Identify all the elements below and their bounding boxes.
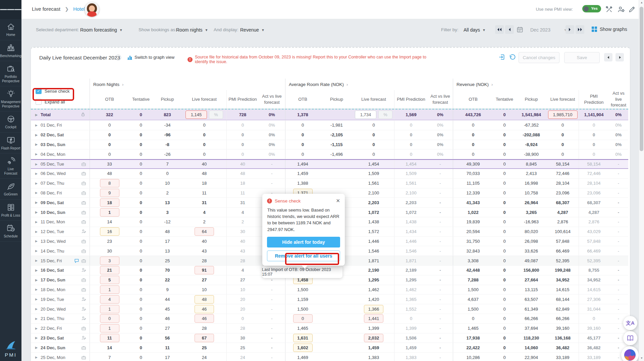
expander-icon[interactable]: ▶ [35,307,38,311]
expander-icon[interactable]: ▶ [35,298,38,301]
sidebar-item-schedule[interactable]: Schedule [0,221,21,242]
group-header-revenue-nok-[interactable]: Revenue (NOK)› [453,79,628,90]
table-row[interactable]: ▶07 Dec, Thu80101818-1,3881,5611,561-11,… [31,179,628,188]
expander-icon[interactable]: ▶ [35,201,38,204]
table-row[interactable]: ▶03 Dec, Sun00-8000%0-1,115000%00-8,9240… [31,140,628,150]
cancel-changes-button[interactable]: Cancel changes [519,52,559,63]
alert-cell[interactable]: 8 [100,179,119,187]
sidebar-item-portfolio-perspective[interactable]: Portfolio Perspective [0,61,21,86]
expander-icon[interactable]: ▶ [35,113,38,117]
scroll-left-button[interactable] [604,53,612,61]
user-avatar[interactable] [85,2,99,17]
next-year-button[interactable] [576,25,584,34]
and-display-dropdown[interactable]: Revenue▼ [240,27,265,33]
alert-cell[interactable]: 46 [195,305,214,313]
hide-alert-button[interactable]: Hide alert for today [267,237,340,247]
tools-icon[interactable] [605,5,613,13]
expander-icon[interactable]: ▶ [35,191,38,194]
expander-icon[interactable]: ▶ [35,143,38,146]
sidebar-item-management-perspective[interactable]: Management Perspective [0,86,21,111]
edit-pencil-icon[interactable] [628,5,636,13]
sidebar-item-live-forecast[interactable]: Live Forecast [0,153,21,179]
undo-icon[interactable] [508,53,516,61]
table-row[interactable]: ▶21 Dec, Thu0046460-01,4410-0066,26666,2… [31,314,628,324]
table-row[interactable]: ▶05 Dec, Tue33074040-1,4941,4541,454-49,… [31,159,628,169]
table-row[interactable]: ▶04 Dec, Mon00-26000%0-1,496000%00-38,90… [31,149,628,159]
prev-month-button[interactable] [505,25,514,34]
expander-icon[interactable]: ▶ [35,239,38,243]
expander-icon[interactable]: ▶ [35,211,38,214]
alert-cell[interactable]: 1 [100,324,119,332]
page-scrollbar[interactable]: ▲ ▼ [639,0,644,361]
expander-icon[interactable]: ▶ [35,317,38,320]
reader-button[interactable] [623,331,637,345]
expander-icon[interactable]: ▶ [35,288,38,291]
total-arr-live-forecast-input[interactable]: 1,734 [355,110,376,119]
table-row[interactable]: ▶06 Dec, Wed48004848-1,4591,5091,509-70,… [31,169,628,179]
expander-icon[interactable]: ▶ [35,152,38,156]
table-row[interactable]: ▶18 Dec, Mon1091010-1,5001,4621,462-1,50… [31,285,628,295]
group-header-room-nights[interactable]: Room Nights› [90,79,285,90]
expander-icon[interactable]: ▶ [35,327,38,330]
show-graphs-button[interactable]: Show graphs [592,27,627,32]
total-arr-pct-input[interactable]: % [378,110,392,119]
prev-year-button[interactable] [495,25,504,34]
expander-icon[interactable]: ▶ [35,133,38,137]
alert-cell[interactable]: 46 [195,314,214,323]
export-icon[interactable] [498,53,506,61]
calendar-icon[interactable] [517,26,523,33]
sidebar-item-cockpit[interactable]: Cockpit [0,111,21,133]
expander-icon[interactable]: ▶ [35,249,38,253]
sidebar-item-gogreen[interactable]: GoGreen [0,179,21,200]
ai-assistant-button[interactable] [621,346,639,361]
table-row[interactable]: ▶20 Dec, Wed10454620-1,5001,3661,552-1,5… [31,304,628,314]
scroll-right-button[interactable] [615,53,624,61]
table-row[interactable]: ▶19 Dec, Tue40444820-1,1591,4201,365-4,6… [31,295,628,304]
expander-icon[interactable]: ▶ [35,356,38,359]
table-row[interactable]: ▶24 Dec, Sun140112525-1,6021,4591,459-22… [31,343,628,353]
alert-cell[interactable]: 1,366 [364,305,383,313]
breadcrumb-root[interactable]: Live forecast [32,6,60,12]
close-icon[interactable]: ✕ [336,198,340,204]
selected-department-dropdown[interactable]: Room forecasting▼ [80,27,123,33]
alert-cell[interactable]: 48 [195,295,214,304]
group-header-average-room-rate-nok-[interactable]: Average Room Rate (NOK)› [285,79,453,90]
alert-cell[interactable]: 64 [195,227,214,236]
expander-icon[interactable]: ▶ [35,336,38,340]
expander-icon[interactable]: ▶ [35,182,38,185]
user-settings-icon[interactable] [617,5,625,13]
sidebar-item-flash-report[interactable]: Flash Report [0,133,21,154]
expander-icon[interactable]: ▶ [35,278,38,282]
table-row[interactable]: ▶22 Dec, Fri10272828-1,4651,3991,399-1,4… [31,324,628,333]
alert-cell[interactable]: 5 [100,276,119,284]
expander-icon[interactable]: ▶ [35,124,38,127]
hamburger-menu-icon[interactable] [0,0,21,19]
scrollbar-thumb[interactable] [640,7,643,151]
alert-cell[interactable]: 2,032 [364,334,383,342]
pmi-view-toggle[interactable]: Yes [582,5,601,12]
sidebar-item-benchmarking[interactable]: Benchmarking [0,40,21,61]
expander-icon[interactable]: ▶ [35,259,38,262]
expander-icon[interactable]: ▶ [35,220,38,224]
sidebar-item-profit-loss[interactable]: Profit & Loss [0,200,21,221]
alert-cell[interactable]: 3 [100,257,119,265]
alert-cell[interactable]: 1 [100,285,119,294]
filter-dropdown[interactable]: All days▼ [464,27,486,33]
alert-cell[interactable]: 11 [100,334,119,342]
alert-cell[interactable]: 1,441 [364,314,383,323]
save-button[interactable]: Save [564,52,600,63]
alert-cell[interactable]: 18 [100,198,119,207]
alert-cell[interactable]: 9 [100,189,119,197]
scroll-up-icon[interactable]: ▲ [639,0,644,5]
table-row[interactable]: ▶02 Dec, Sat00-96000%0-2,105000%00-202,0… [31,130,628,140]
total-rev-live-forecast-input[interactable]: 1,985,710 [548,110,578,119]
expander-icon[interactable]: ▶ [35,346,38,349]
total-rn-pct-input[interactable]: % [209,110,223,119]
expander-icon[interactable]: ▶ [35,172,38,175]
alert-cell[interactable]: 1,631 [293,334,313,342]
help-icon[interactable]: ? [115,55,121,60]
alert-cell[interactable]: 91 [195,266,214,274]
total-rn-live-forecast-input[interactable]: 1,145 [185,110,207,119]
remove-alert-button[interactable]: Remove alert for all users [267,251,340,261]
next-month-button[interactable] [566,25,574,34]
